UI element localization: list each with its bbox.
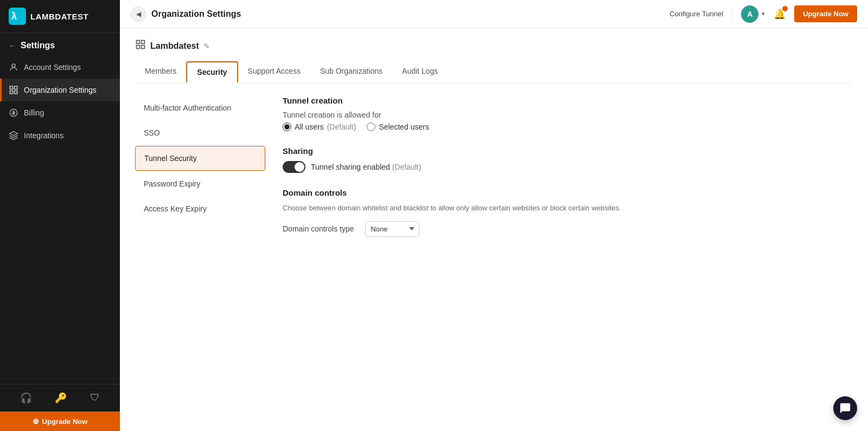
org-icon	[9, 85, 18, 95]
chat-icon	[839, 402, 851, 414]
svg-rect-5	[10, 91, 12, 94]
integrations-label: Integrations	[24, 131, 63, 140]
sharing-section: Sharing Tunnel sharing enabled (Default)	[283, 146, 853, 173]
tunnel-sharing-label: Tunnel sharing enabled	[311, 163, 390, 171]
toggle-track	[283, 161, 305, 173]
org-settings-label: Organization Settings	[24, 86, 97, 94]
sidebar-item-integrations[interactable]: Integrations	[0, 124, 120, 147]
sharing-title: Sharing	[283, 146, 853, 156]
nav-item-tunnel-security[interactable]: Tunnel Security	[135, 146, 265, 171]
org-header: Lambdatest ✎	[135, 39, 853, 53]
key-icon[interactable]: 🔑	[55, 392, 67, 404]
shield-icon[interactable]: 🛡	[90, 392, 100, 404]
domain-controls-type-select[interactable]: None Whitelist Blacklist	[365, 221, 419, 237]
tab-members[interactable]: Members	[135, 61, 186, 83]
svg-rect-11	[142, 46, 145, 49]
upgrade-button-topbar[interactable]: Upgrade Now	[794, 5, 857, 22]
org-edit-icon[interactable]: ✎	[203, 42, 210, 50]
settings-sidebar: Multi-factor Authentication SSO Tunnel S…	[135, 96, 265, 252]
domain-controls-type-label: Domain controls type	[283, 224, 354, 233]
sidebar-nav: Account Settings Organization Settings B…	[0, 56, 120, 384]
toggle-label: Tunnel sharing enabled (Default)	[311, 163, 421, 171]
topbar-left: ◀ Organization Settings	[131, 7, 241, 22]
radio-all-users-default: (Default)	[327, 123, 356, 131]
tab-audit-logs[interactable]: Audit Logs	[392, 61, 448, 83]
collapse-sidebar-button[interactable]: ◀	[131, 7, 146, 22]
arrow-left-icon: ←	[9, 41, 16, 50]
svg-rect-4	[15, 86, 17, 89]
sidebar: λ LAMBDATEST ← Settings Account Settings…	[0, 0, 120, 431]
org-header-icon	[135, 39, 146, 53]
domain-controls-section: Domain controls Choose between domain wh…	[283, 188, 853, 237]
svg-rect-9	[142, 41, 145, 44]
page-content: Lambdatest ✎ Members Security Support Ac…	[120, 28, 868, 431]
logo-text: LAMBDATEST	[30, 12, 88, 21]
nav-item-mfa[interactable]: Multi-factor Authentication	[135, 96, 265, 120]
settings-header: ← Settings	[0, 33, 120, 56]
integrations-icon	[9, 131, 18, 140]
nav-item-password-expiry[interactable]: Password Expiry	[135, 172, 265, 196]
configure-tunnel-link[interactable]: Configure Tunnel	[669, 10, 723, 18]
sidebar-item-account-settings[interactable]: Account Settings	[0, 56, 120, 79]
radio-all-users-label: All users	[295, 123, 324, 131]
toggle-row: Tunnel sharing enabled (Default)	[283, 161, 853, 173]
upgrade-icon: ⊕	[33, 417, 39, 426]
page-title: Organization Settings	[151, 9, 241, 19]
sidebar-item-organization-settings[interactable]: Organization Settings	[0, 79, 120, 101]
nav-item-sso[interactable]: SSO	[135, 121, 265, 145]
sidebar-bottom-icons: 🎧 🔑 🛡	[0, 384, 120, 411]
radio-selected-users-label: Selected users	[379, 123, 429, 131]
tab-support-access[interactable]: Support Access	[238, 61, 310, 83]
tunnel-creation-radio-group: All users (Default) Selected users	[283, 123, 853, 131]
domain-controls-desc: Choose between domain whitelist and blac…	[283, 203, 853, 214]
radio-selected-users-input[interactable]	[367, 123, 375, 131]
chat-bubble-button[interactable]	[833, 396, 857, 420]
toggle-thumb	[295, 162, 304, 172]
avatar-area: A ▾	[741, 5, 765, 23]
toggle-default: (Default)	[392, 163, 422, 171]
upgrade-button-sidebar[interactable]: ⊕ Upgrade Now	[0, 411, 120, 431]
svg-rect-3	[10, 86, 12, 89]
billing-label: Billing	[24, 108, 44, 117]
svg-rect-10	[137, 46, 140, 49]
sidebar-item-billing[interactable]: Billing	[0, 101, 120, 124]
topbar-right: Configure Tunnel A ▾ 🔔 Upgrade Now	[669, 5, 857, 23]
tunnel-creation-desc: Tunnel creation is allowed for	[283, 111, 853, 119]
radio-selected-users[interactable]: Selected users	[367, 123, 429, 131]
user-icon	[9, 62, 18, 72]
billing-icon	[9, 108, 18, 118]
tunnel-sharing-toggle[interactable]	[283, 161, 305, 173]
topbar: ◀ Organization Settings Configure Tunnel…	[120, 0, 868, 28]
main-area: ◀ Organization Settings Configure Tunnel…	[120, 0, 868, 431]
settings-header-label: Settings	[21, 41, 55, 50]
settings-main: Tunnel creation Tunnel creation is allow…	[265, 96, 853, 252]
tunnel-creation-title: Tunnel creation	[283, 96, 853, 105]
tunnel-creation-section: Tunnel creation Tunnel creation is allow…	[283, 96, 853, 131]
org-name: Lambdatest	[150, 41, 199, 51]
svg-point-2	[12, 64, 15, 67]
avatar[interactable]: A	[741, 5, 758, 23]
settings-layout: Multi-factor Authentication SSO Tunnel S…	[135, 96, 853, 252]
divider	[732, 8, 732, 21]
headset-icon[interactable]: 🎧	[20, 392, 32, 404]
logo-area: λ LAMBDATEST	[0, 0, 120, 33]
svg-rect-8	[137, 41, 140, 44]
avatar-dropdown-icon[interactable]: ▾	[762, 10, 765, 17]
tab-security[interactable]: Security	[186, 61, 238, 83]
svg-text:λ: λ	[11, 11, 17, 22]
nav-item-access-key-expiry[interactable]: Access Key Expiry	[135, 197, 265, 221]
domain-controls-row: Domain controls type None Whitelist Blac…	[283, 221, 853, 237]
domain-controls-title: Domain controls	[283, 188, 853, 197]
notification-badge	[782, 6, 788, 11]
lambdatest-logo-icon: λ	[9, 8, 26, 25]
account-settings-label: Account Settings	[24, 63, 81, 72]
radio-all-users[interactable]: All users (Default)	[283, 123, 356, 131]
notification-bell[interactable]: 🔔	[774, 8, 786, 20]
radio-all-users-input[interactable]	[283, 123, 291, 131]
svg-rect-6	[15, 91, 17, 94]
tabs-bar: Members Security Support Access Sub Orga…	[135, 61, 853, 83]
upgrade-label-sidebar: Upgrade Now	[42, 417, 88, 426]
tab-sub-organizations[interactable]: Sub Organizations	[310, 61, 392, 83]
